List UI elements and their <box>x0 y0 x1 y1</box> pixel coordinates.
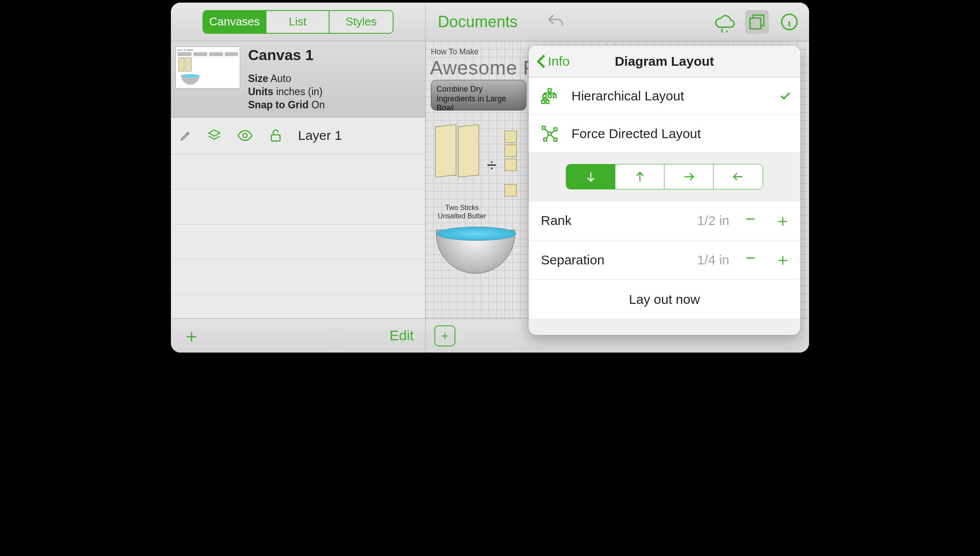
spacing-group: Rank 1/2 in − ＋ Separation 1/4 in − ＋ <box>529 201 800 280</box>
canvas-title: Canvas 1 <box>248 46 418 64</box>
layer-row[interactable]: Layer 1 <box>171 118 425 154</box>
canvas-snap: Snap to Grid On <box>248 99 418 112</box>
svg-rect-2 <box>750 18 761 29</box>
unlock-icon[interactable] <box>268 128 283 143</box>
main-toolbar: Documents <box>426 3 809 41</box>
checkmark-icon <box>779 90 792 102</box>
direction-row <box>529 153 800 201</box>
svg-rect-12 <box>554 128 557 131</box>
svg-rect-9 <box>546 100 549 103</box>
separation-value: 1/4 in <box>628 253 729 267</box>
direction-segmented-control <box>566 164 763 189</box>
pencil-icon[interactable] <box>180 129 192 142</box>
rank-increment[interactable]: ＋ <box>774 210 792 232</box>
option-label: Hierarchical Layout <box>572 89 779 103</box>
canvas-row[interactable]: How To Make Canvas 1 Size Auto Units inc… <box>171 41 425 118</box>
rank-value: 1/2 in <box>628 213 729 228</box>
app-window: Canvases List Styles How To Make Canvas … <box>168 0 812 355</box>
step-shape[interactable]: Combine Dry Ingredients in Large Bowl <box>431 80 526 110</box>
empty-row <box>171 225 425 260</box>
edit-button[interactable]: Edit <box>390 328 414 344</box>
separation-row: Separation 1/4 in − ＋ <box>529 240 800 280</box>
svg-rect-14 <box>554 138 557 141</box>
empty-row <box>171 295 425 318</box>
svg-point-0 <box>243 133 247 138</box>
rank-decrement[interactable]: − <box>742 210 759 232</box>
popover-header: Info Diagram Layout <box>529 46 800 77</box>
svg-rect-1 <box>271 135 280 141</box>
info-icon[interactable] <box>778 10 801 34</box>
direction-up[interactable] <box>615 164 664 189</box>
sidebar: Canvases List Styles How To Make Canvas … <box>171 3 426 353</box>
svg-rect-6 <box>548 95 551 98</box>
bowl-shape[interactable] <box>436 230 515 274</box>
rank-row: Rank 1/2 in − ＋ <box>529 201 800 240</box>
canvases-icon[interactable] <box>745 10 769 34</box>
rank-stepper: − ＋ <box>742 210 792 232</box>
add-shape-button[interactable]: ＋ <box>434 325 455 346</box>
separation-label: Separation <box>541 253 628 267</box>
empty-row <box>171 154 425 189</box>
sidebar-toolbar: Canvases List Styles <box>171 3 425 41</box>
direction-left[interactable] <box>714 164 763 189</box>
empty-row <box>171 260 425 295</box>
segment-styles[interactable]: Styles <box>330 11 393 33</box>
direction-right[interactable] <box>664 164 714 189</box>
sidebar-segmented-control: Canvases List Styles <box>202 10 394 34</box>
option-label: Force Directed Layout <box>572 126 792 141</box>
svg-rect-11 <box>542 126 545 129</box>
eye-icon[interactable] <box>237 127 253 144</box>
butter-shape[interactable] <box>435 124 456 177</box>
svg-rect-13 <box>544 138 547 141</box>
option-hierarchical[interactable]: Hierarchical Layout <box>529 77 800 115</box>
butter-shape[interactable] <box>458 124 479 177</box>
layer-name: Layer 1 <box>298 128 342 143</box>
caption-butter: Two SticksUnsalted Butter <box>433 203 490 220</box>
doc-subtitle: How To Make <box>431 47 479 57</box>
undo-icon[interactable] <box>544 10 568 34</box>
svg-rect-7 <box>553 95 556 98</box>
cloud-sync-icon[interactable] <box>713 10 736 34</box>
empty-row <box>171 189 425 225</box>
back-button[interactable]: Info <box>536 54 570 69</box>
main-panel: Documents How To Make Awesome Pie Crust … <box>426 3 809 353</box>
rank-label: Rank <box>541 213 628 228</box>
force-directed-icon <box>541 125 565 143</box>
divide-symbol: ÷ <box>487 155 497 175</box>
option-force-directed[interactable]: Force Directed Layout <box>529 115 800 153</box>
layout-options: Hierarchical Layout Force Directed Layou… <box>529 77 800 153</box>
canvas-meta: Canvas 1 Size Auto Units inches (in) Sna… <box>248 46 418 112</box>
separation-increment[interactable]: ＋ <box>774 249 792 271</box>
canvas-units: Units inches (in) <box>248 86 418 99</box>
add-button[interactable]: ＋ <box>182 324 201 348</box>
svg-rect-5 <box>543 95 546 98</box>
separation-decrement[interactable]: − <box>742 249 759 271</box>
svg-rect-8 <box>542 100 545 103</box>
layers-icon[interactable] <box>207 128 222 143</box>
sidebar-body <box>171 154 425 318</box>
back-label: Info <box>548 54 570 69</box>
hierarchical-icon <box>541 87 565 105</box>
cube-group[interactable] <box>503 129 518 198</box>
canvas-size: Size Auto <box>248 72 418 86</box>
lay-out-now-button[interactable]: Lay out now <box>529 280 800 319</box>
documents-button[interactable]: Documents <box>438 13 518 31</box>
segment-list[interactable]: List <box>266 11 330 33</box>
sidebar-footer: ＋ Edit <box>171 318 425 353</box>
segment-canvases[interactable]: Canvases <box>203 11 266 33</box>
svg-rect-4 <box>548 89 551 92</box>
canvas-thumbnail: How To Make <box>175 46 240 89</box>
diagram-layout-popover: Info Diagram Layout Hierarchical Layout <box>529 46 800 335</box>
direction-down[interactable] <box>566 164 615 189</box>
svg-rect-10 <box>548 132 551 135</box>
separation-stepper: − ＋ <box>742 249 792 271</box>
